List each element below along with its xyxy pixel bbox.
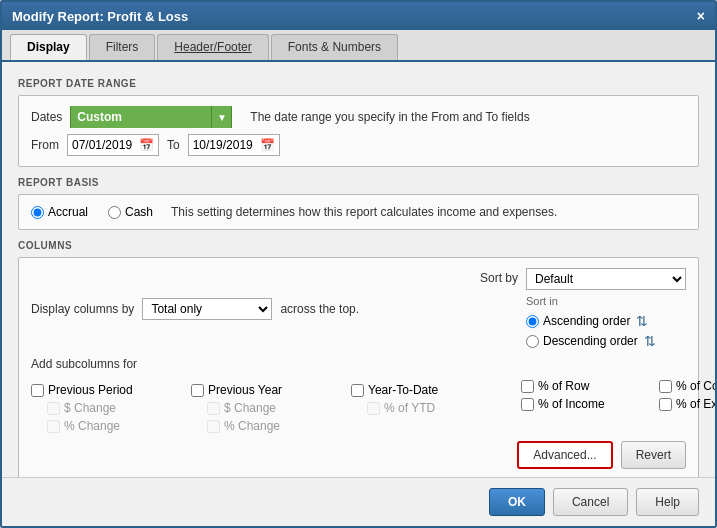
ytd-pct-label: % of YTD bbox=[384, 401, 435, 415]
action-buttons: Advanced... Revert bbox=[31, 441, 686, 469]
descending-icon: ⇅ bbox=[644, 333, 656, 349]
descending-label: Descending order bbox=[543, 334, 638, 348]
to-date-input[interactable] bbox=[193, 138, 258, 152]
ytd-pct-item[interactable]: % of YTD bbox=[351, 401, 511, 415]
basis-hint: This setting determines how this report … bbox=[171, 205, 557, 219]
revert-button[interactable]: Revert bbox=[621, 441, 686, 469]
pct-column-label: % of Column bbox=[676, 379, 715, 393]
pct-income-checkbox[interactable] bbox=[521, 398, 534, 411]
prev-year-dollar-item[interactable]: $ Change bbox=[191, 401, 351, 415]
ascending-icon: ⇅ bbox=[636, 313, 648, 329]
columns-section: Display columns by Total only Month Quar… bbox=[18, 257, 699, 477]
prev-period-pct-item[interactable]: % Change bbox=[31, 419, 191, 433]
accrual-label: Accrual bbox=[48, 205, 88, 219]
dates-dropdown-container[interactable]: ▼ bbox=[70, 106, 232, 128]
pct-row-label: % of Row bbox=[538, 379, 589, 393]
sort-in-group: Sort in Ascending order ⇅ Descending ord… bbox=[526, 295, 686, 349]
right-checkboxes: % of Row % of Column % of Income % of Ex… bbox=[521, 379, 715, 433]
tab-fonts-numbers[interactable]: Fonts & Numbers bbox=[271, 34, 398, 60]
sort-by-wrapper: Default Total Name Sort in Ascending ord… bbox=[526, 268, 686, 349]
prev-year-label: Previous Year bbox=[208, 383, 282, 397]
from-date-input[interactable] bbox=[72, 138, 137, 152]
tab-header-footer[interactable]: Header/Footer bbox=[157, 34, 268, 60]
prev-year-dollar-label: $ Change bbox=[224, 401, 276, 415]
ytd-checkbox[interactable] bbox=[351, 384, 364, 397]
dialog-footer: OK Cancel Help bbox=[2, 477, 715, 526]
prev-year-pct-label: % Change bbox=[224, 419, 280, 433]
columns-section-label: COLUMNS bbox=[18, 240, 699, 251]
ytd-pct-checkbox[interactable] bbox=[367, 402, 380, 415]
pct-expense-item[interactable]: % of Expense bbox=[659, 397, 715, 411]
accrual-radio-item[interactable]: Accrual bbox=[31, 205, 88, 219]
display-columns-label: Display columns by bbox=[31, 302, 134, 316]
main-content: REPORT DATE RANGE Dates ▼ The date range… bbox=[2, 62, 715, 477]
to-date-wrapper: 📅 bbox=[188, 134, 280, 156]
from-date-wrapper: 📅 bbox=[67, 134, 159, 156]
ytd-checkbox-item[interactable]: Year-To-Date bbox=[351, 383, 511, 397]
prev-year-group: Previous Year $ Change % Change bbox=[191, 383, 351, 433]
subcolumns-area: Previous Period $ Change % Change bbox=[31, 379, 686, 433]
from-calendar-icon[interactable]: 📅 bbox=[139, 138, 154, 152]
tab-display[interactable]: Display bbox=[10, 34, 87, 60]
close-icon[interactable]: × bbox=[697, 8, 705, 24]
report-basis-section-label: REPORT BASIS bbox=[18, 177, 699, 188]
prev-period-group: Previous Period $ Change % Change bbox=[31, 383, 191, 433]
prev-period-pct-label: % Change bbox=[64, 419, 120, 433]
dates-hint: The date range you specify in the From a… bbox=[250, 110, 529, 124]
pct-row-item[interactable]: % of Row bbox=[521, 379, 651, 393]
dialog: Modify Report: Profit & Loss × Display F… bbox=[0, 0, 717, 528]
tab-bar: Display Filters Header/Footer Fonts & Nu… bbox=[2, 30, 715, 62]
prev-year-checkbox[interactable] bbox=[191, 384, 204, 397]
ascending-radio-item[interactable]: Ascending order ⇅ bbox=[526, 313, 686, 329]
sort-area: Sort by Default Total Name Sort in Ascen… bbox=[480, 268, 686, 349]
accrual-radio[interactable] bbox=[31, 206, 44, 219]
to-calendar-icon[interactable]: 📅 bbox=[260, 138, 275, 152]
ok-button[interactable]: OK bbox=[489, 488, 545, 516]
to-label: To bbox=[167, 138, 180, 152]
cash-radio-item[interactable]: Cash bbox=[108, 205, 153, 219]
pct-income-item[interactable]: % of Income bbox=[521, 397, 651, 411]
dialog-title: Modify Report: Profit & Loss bbox=[12, 9, 188, 24]
cancel-button[interactable]: Cancel bbox=[553, 488, 628, 516]
pct-row-checkbox[interactable] bbox=[521, 380, 534, 393]
dates-label: Dates bbox=[31, 110, 62, 124]
add-subcolumns-label: Add subcolumns for bbox=[31, 357, 137, 371]
prev-period-dollar-item[interactable]: $ Change bbox=[31, 401, 191, 415]
prev-period-dollar-checkbox[interactable] bbox=[47, 402, 60, 415]
date-range-section: Dates ▼ The date range you specify in th… bbox=[18, 95, 699, 167]
ascending-label: Ascending order bbox=[543, 314, 630, 328]
across-top-label: across the top. bbox=[280, 302, 359, 316]
descending-radio[interactable] bbox=[526, 335, 539, 348]
pct-expense-checkbox[interactable] bbox=[659, 398, 672, 411]
ascending-radio[interactable] bbox=[526, 315, 539, 328]
sort-in-label: Sort in bbox=[526, 295, 686, 307]
prev-year-pct-item[interactable]: % Change bbox=[191, 419, 351, 433]
sort-by-label: Sort by bbox=[480, 271, 518, 285]
descending-radio-item[interactable]: Descending order ⇅ bbox=[526, 333, 686, 349]
pct-income-label: % of Income bbox=[538, 397, 605, 411]
prev-year-checkbox-item[interactable]: Previous Year bbox=[191, 383, 351, 397]
prev-period-label: Previous Period bbox=[48, 383, 133, 397]
subcolumns-grid: Previous Period $ Change % Change bbox=[31, 383, 511, 433]
pct-column-item[interactable]: % of Column bbox=[659, 379, 715, 393]
cash-label: Cash bbox=[125, 205, 153, 219]
dates-dropdown-arrow[interactable]: ▼ bbox=[211, 106, 231, 128]
pct-expense-label: % of Expense bbox=[676, 397, 715, 411]
prev-period-pct-checkbox[interactable] bbox=[47, 420, 60, 433]
sort-by-select[interactable]: Default Total Name bbox=[526, 268, 686, 290]
prev-period-dollar-label: $ Change bbox=[64, 401, 116, 415]
advanced-button[interactable]: Advanced... bbox=[517, 441, 612, 469]
prev-year-dollar-checkbox[interactable] bbox=[207, 402, 220, 415]
prev-period-checkbox[interactable] bbox=[31, 384, 44, 397]
cash-radio[interactable] bbox=[108, 206, 121, 219]
ytd-group: Year-To-Date % of YTD bbox=[351, 383, 511, 433]
tab-filters[interactable]: Filters bbox=[89, 34, 156, 60]
basis-radio-group: Accrual Cash bbox=[31, 205, 153, 219]
prev-year-pct-checkbox[interactable] bbox=[207, 420, 220, 433]
prev-period-checkbox-item[interactable]: Previous Period bbox=[31, 383, 191, 397]
pct-column-checkbox[interactable] bbox=[659, 380, 672, 393]
display-columns-select[interactable]: Total only Month Quarter Year bbox=[142, 298, 272, 320]
help-button[interactable]: Help bbox=[636, 488, 699, 516]
dates-input[interactable] bbox=[71, 106, 211, 128]
ytd-label: Year-To-Date bbox=[368, 383, 438, 397]
